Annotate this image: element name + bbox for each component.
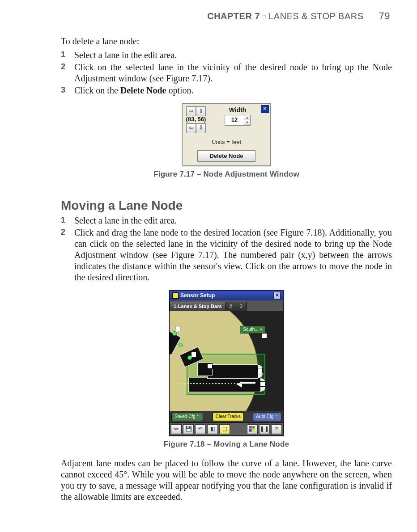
sensor-canvas[interactable]: South... [170, 311, 283, 411]
tab-2[interactable]: 2 [226, 302, 236, 311]
lane-node[interactable] [260, 381, 265, 387]
erase-icon[interactable]: ◧ [207, 424, 218, 434]
window-titlebar[interactable]: Sensor Setup ✕ [170, 291, 283, 300]
svg-rect-2 [249, 429, 252, 432]
spin-up-icon[interactable]: ▲ [244, 115, 250, 120]
pause-icon[interactable]: ❚❚ [259, 424, 270, 434]
chapter-label: CHAPTER 7 [207, 11, 260, 22]
status-bar: Saved Cfg ⌃ Clear Tracks Auto Cfg ⌃ [170, 411, 283, 422]
figure-caption: Figure 7.17 – Node Adjustment Window [153, 169, 299, 179]
figure-caption: Figure 7.18 – Moving a Lane Node [164, 439, 289, 449]
lane-bottom[interactable] [188, 378, 261, 392]
node-adjustment-window: ✕ ⇨ ⇧ (83, 56) ⇦ ⇩ Width 12 ▲ ▼ [182, 103, 271, 166]
step-number: 1 [61, 50, 74, 61]
curve-node-icon [172, 331, 177, 336]
page-number: 79 [364, 10, 390, 22]
tab-lanes-stopbars[interactable]: 1-Lanes & Stop Bars [170, 302, 226, 311]
page-content: To delete a lane node: 1 Select a lane i… [0, 36, 417, 513]
app-icon [172, 292, 179, 299]
toolbar: ⇦ 💾 ↶ ◧ ▢ ❚❚ ≡ [170, 422, 283, 435]
track-dots [178, 383, 254, 384]
lane-node[interactable] [257, 368, 263, 373]
undo-icon[interactable]: ↶ [195, 424, 206, 434]
step-text: Click and drag the lane node to the desi… [74, 227, 392, 283]
width-spinner[interactable]: 12 ▲ ▼ [225, 115, 251, 126]
curve-node-icon [187, 355, 192, 360]
back-icon[interactable]: ⇦ [171, 424, 182, 434]
svg-rect-1 [252, 426, 255, 429]
coordinate-readout: (83, 56) [186, 116, 206, 123]
tab-3[interactable]: 3 [236, 302, 247, 311]
width-label: Width [208, 106, 267, 114]
arrow-down-icon[interactable]: ⇩ [196, 123, 206, 133]
spin-down-icon[interactable]: ▼ [244, 120, 250, 125]
window-title: Sensor Setup [180, 292, 215, 299]
section-heading: Moving a Lane Node [61, 198, 392, 213]
chapter-title: LANES & STOP BARS [268, 11, 363, 22]
intro-text: To delete a lane node: [61, 36, 392, 47]
lane-arrow-icon [237, 381, 242, 388]
header-square-glyph: □ [260, 14, 268, 20]
curve-node-icon [179, 343, 183, 347]
close-icon[interactable]: ✕ [261, 105, 269, 113]
arrow-up-icon[interactable]: ⇧ [196, 106, 206, 116]
lane-node[interactable] [175, 326, 180, 331]
figure-7-18: Sensor Setup ✕ 1-Lanes & Stop Bars 2 3 S… [61, 290, 392, 449]
width-value: 12 [225, 115, 244, 125]
clear-tracks-button[interactable]: Clear Tracks [213, 413, 244, 421]
delete-node-button[interactable]: Delete Node [197, 150, 255, 162]
figure-7-17: ✕ ⇨ ⇧ (83, 56) ⇦ ⇩ Width 12 ▲ ▼ [61, 103, 392, 179]
units-label: Units = feet [186, 139, 267, 146]
svg-rect-0 [249, 426, 252, 429]
delete-steps-list: 1 Select a lane in the edit area. 2 Clic… [61, 50, 392, 96]
auto-cfg-pill[interactable]: Auto Cfg ⌃ [253, 413, 281, 421]
step-number: 1 [61, 215, 74, 226]
palette-icon[interactable] [247, 424, 258, 434]
step-number: 3 [61, 85, 74, 96]
move-steps-list: 1 Select a lane in the edit area. 2 Clic… [61, 215, 392, 283]
step-text: Select a lane in the edit area. [74, 50, 392, 61]
running-header: CHAPTER 7 □ LANES & STOP BARS 79 [0, 0, 417, 25]
save-icon[interactable]: 💾 [183, 424, 194, 434]
step-number: 2 [61, 62, 74, 84]
arrow-right-top-icon[interactable]: ⇨ [186, 106, 196, 116]
lane-top[interactable] [207, 364, 258, 379]
step-text: Click on the selected lane in the vicini… [74, 62, 392, 84]
menu-icon[interactable]: ≡ [271, 424, 282, 434]
arrow-pad: ⇨ ⇧ (83, 56) ⇦ ⇩ [186, 106, 206, 133]
lane-node[interactable] [262, 333, 267, 338]
step-text: Select a lane in the edit area. [74, 215, 392, 226]
step-number: 2 [61, 227, 74, 283]
close-icon[interactable]: ✕ [273, 292, 281, 299]
closing-paragraph: Adjacent lane nodes can be placed to fol… [61, 458, 392, 502]
svg-rect-3 [252, 429, 255, 432]
direction-tag-south[interactable]: South... [240, 326, 265, 334]
arrow-left-icon[interactable]: ⇦ [186, 123, 196, 133]
sensor-setup-window: Sensor Setup ✕ 1-Lanes & Stop Bars 2 3 S… [169, 290, 284, 435]
note-icon[interactable]: ▢ [219, 424, 230, 434]
step-text: Click on the Delete Node option. [74, 85, 392, 96]
saved-cfg-pill[interactable]: Saved Cfg ⌃ [171, 413, 203, 421]
lane-node[interactable] [207, 363, 213, 369]
lane-node[interactable] [191, 352, 196, 357]
